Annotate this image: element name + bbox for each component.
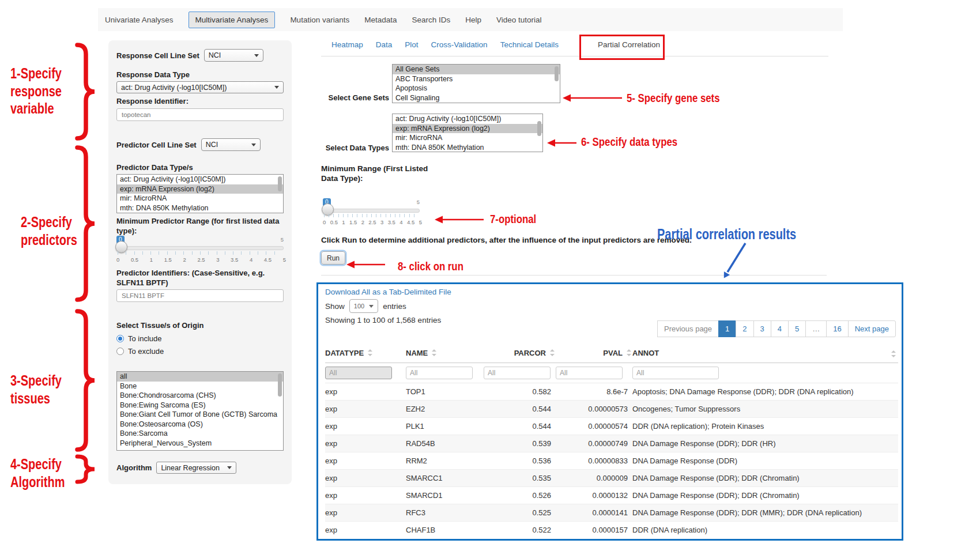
algorithm-value: Linear Regression [161,464,219,472]
predictor-cell-line-set-select[interactable]: NCI [201,138,261,151]
sort-icon[interactable] [626,349,632,356]
column-header-annot[interactable]: ANNOT [632,344,898,363]
tab-item[interactable]: Data [376,40,393,56]
gene-sets-listbox[interactable]: All Gene SetsABC TransportersApoptosisCe… [392,64,560,103]
page-button[interactable]: 16 [826,320,848,337]
scrollbar[interactable] [278,373,282,397]
sort-icon[interactable] [367,349,374,356]
nav-item[interactable]: Help [465,16,481,24]
table-row[interactable]: exp EZH2 0.544 0.00000573 Oncogenes; Tum… [325,401,898,418]
filter-pval-input[interactable] [556,367,623,379]
tissue-include-radio[interactable]: To include [116,334,284,343]
nav-item[interactable]: Search IDs [412,16,450,24]
column-header-datatype[interactable]: DATATYPE [325,344,406,363]
list-item[interactable]: ABC Transporters [393,74,560,84]
tab-item[interactable]: Plot [405,40,418,56]
page-button[interactable]: 1 [718,320,736,337]
list-item[interactable]: act: Drug Activity (-log10[IC50M]) [393,114,542,124]
tick-label: 4.5 [264,256,272,263]
tissue-listbox[interactable]: allBoneBone:Chondrosarcoma (CHS)Bone:Ewi… [116,371,284,451]
column-header-name[interactable]: NAME [406,344,484,363]
tick-label: 0.5 [330,219,338,225]
page-button[interactable]: Previous page [657,320,719,337]
table-row[interactable]: exp SMARCD1 0.526 0.0000132 DNA Damage R… [325,487,898,504]
list-item[interactable]: Cell Signaling [393,93,560,103]
tab-item[interactable]: Technical Details [500,40,559,56]
scrollbar[interactable] [537,121,541,136]
list-item[interactable]: Bone:Giant Cell Tumor of Bone (GCTB) Sar… [117,410,283,420]
list-item[interactable]: act: Drug Activity (-log10[IC50M]) [117,175,283,184]
list-item[interactable]: mir: MicroRNA [117,194,283,203]
arrow-annotation-gene-sets [562,92,623,104]
tab-item[interactable]: Cross-Validation [431,40,488,56]
response-cell-line-set-select[interactable]: NCI [204,49,263,62]
tab-item[interactable]: Heatmap [331,40,363,56]
table-row[interactable]: exp CHAF1B 0.522 0.0000157 DDR (DNA repl… [325,522,898,539]
nav-item[interactable]: Univariate Analyses [105,16,174,24]
column-header-pval[interactable]: PVAL [556,344,632,363]
show-entries-select[interactable]: 100 [349,299,378,313]
nav-item[interactable]: Multivariate Analyses [189,12,276,28]
nav-item[interactable]: Video tutorial [496,16,542,24]
run-button[interactable]: Run [321,251,345,265]
response-identifier-input[interactable] [116,108,284,121]
filter-parcor-input[interactable] [484,367,551,379]
tissue-exclude-radio[interactable]: To exclude [116,347,284,356]
table-row[interactable]: exp RFC3 0.525 0.0000141 DNA Damage Resp… [325,504,898,522]
nav-item[interactable]: Metadata [364,16,397,24]
sort-icon[interactable] [549,349,556,356]
scrollbar[interactable] [555,66,559,81]
cell-pval: 0.0000132 [556,487,632,504]
tick-label: 4 [250,256,252,263]
page-button[interactable]: 3 [753,320,771,337]
list-item[interactable]: exp: mRNA Expression (log2) [117,184,283,194]
page-button[interactable]: … [805,320,827,337]
slider-track[interactable] [116,246,284,250]
list-item[interactable]: Peripheral_Nervous_System [117,439,283,448]
table-row[interactable]: exp PLK1 0.544 0.00000574 DDR (DNA repli… [325,418,898,435]
list-item[interactable]: Bone:Osteosarcoma (OS) [117,420,283,429]
column-header-parcor[interactable]: PARCOR [484,344,556,363]
download-link[interactable]: Download All as a Tab-Delimited File [325,288,451,296]
list-item[interactable]: mth: DNA 850K Methylation [117,203,283,213]
list-item[interactable]: All Gene Sets [393,65,560,74]
response-data-type-select[interactable]: act: Drug Activity (-log10[IC50M]) [116,81,284,93]
data-types-listbox[interactable]: act: Drug Activity (-log10[IC50M])exp: m… [392,114,543,152]
cellminer-multivariate-page: Univariate AnalysesMultivariate Analyses… [0,0,980,551]
list-item[interactable]: Bone:Chondrosarcoma (CHS) [117,391,283,401]
list-item[interactable]: mth: DNA 850K Methylation [393,143,542,153]
list-item[interactable]: mir: MicroRNA [393,133,542,143]
filter-datatype-input[interactable] [325,367,392,379]
table-row[interactable]: exp TOP1 0.582 8.6e-7 Apoptosis; DNA Dam… [325,383,898,401]
page-button[interactable]: 4 [771,320,789,337]
scrollbar[interactable] [278,176,282,191]
list-item[interactable]: exp: mRNA Expression (log2) [393,124,542,134]
table-row[interactable]: exp RRM2 0.536 0.00000833 DNA Damage Res… [325,452,898,470]
sort-icon[interactable] [431,349,438,356]
list-item[interactable]: all [117,372,283,382]
nav-item[interactable]: Mutation variants [290,16,349,24]
table-row[interactable]: exp RAD54B 0.539 0.00000749 DNA Damage R… [325,435,898,452]
table-row[interactable]: exp SMARCC1 0.535 0.000009 DNA Damage Re… [325,470,898,487]
tab-item[interactable]: Partial Correlation [598,40,660,56]
list-item[interactable]: Apoptosis [393,84,560,93]
list-item[interactable]: Bone:Ewing Sarcoma (ES) [117,401,283,410]
filter-name-input[interactable] [406,367,473,379]
predictor-data-types-listbox[interactable]: act: Drug Activity (-log10[IC50M])exp: m… [116,174,284,213]
slider-track[interactable] [323,209,420,213]
divider [321,275,827,276]
cell-parcor: 0.536 [484,452,556,470]
page-button[interactable]: 2 [736,320,753,337]
list-item[interactable]: Bone:Sarcoma [117,429,283,439]
cell-datatype: exp [325,470,406,487]
predictor-identifiers-input[interactable] [116,289,284,302]
list-item[interactable]: Bone [117,382,283,391]
slider-ticks [118,251,282,255]
filter-annot-input[interactable] [632,367,719,379]
cell-name: RRM2 [406,452,484,470]
sort-icon[interactable] [891,350,897,357]
algorithm-select[interactable]: Linear Regression [156,462,236,474]
page-button[interactable]: 5 [788,320,806,337]
arrow-annotation-data-types [546,137,578,149]
page-button[interactable]: Next page [848,320,896,337]
